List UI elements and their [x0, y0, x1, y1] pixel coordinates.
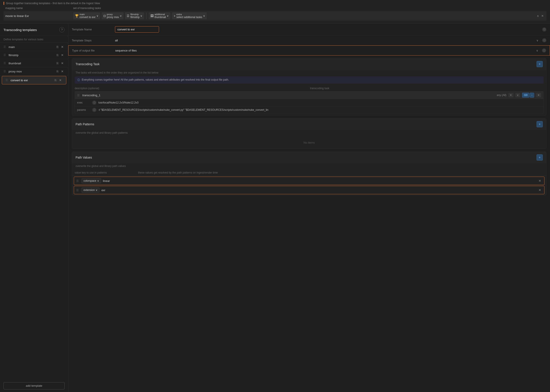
chevron-down-icon-2: ∨ [120, 14, 122, 17]
sidebar-item-filmstrip[interactable]: ☰ filmstrip ⎘ ✕ [0, 51, 68, 59]
mapping-tasks: 🏆 main convert to exr ∨ ⊡ proxy proxy mo… [73, 12, 545, 19]
filmstrip-icon: ☰ [127, 14, 129, 18]
task-chip-proxy[interactable]: ⊡ proxy proxy mov ∨ [102, 12, 124, 19]
drag-icon-3: ☰ [4, 62, 6, 65]
template-name-label: Template Name [72, 28, 112, 31]
extension-drag-icon: ☰ [76, 189, 79, 192]
mapping-name: movie to linear Exr [5, 14, 71, 18]
key-header: value key to use in patterns [75, 171, 136, 174]
sidebar: Transcoding templates ? Define templates… [0, 24, 68, 392]
sidebar-item-main[interactable]: ☰ main ⎘ ✕ [0, 43, 68, 51]
add-path-value-btn[interactable]: + [536, 154, 543, 161]
extension-chevron-icon: ∨ [96, 189, 98, 192]
template-steps-select[interactable]: all ∨ [115, 39, 539, 42]
item-actions-converttoeexr: ⎘ ✕ [54, 78, 63, 82]
path-patterns-section: Path Patterns + overwrite the global and… [72, 118, 546, 149]
template-name-info-icon[interactable]: ⓘ [542, 27, 546, 32]
add-path-pattern-btn[interactable]: + [536, 121, 543, 127]
copy-thumbnail-btn[interactable]: ⎘ [56, 61, 59, 65]
sidebar-item-thumbnail[interactable]: ☰ thumbnail ⎘ ✕ [0, 59, 68, 67]
delete-converttoeexr-btn[interactable]: ✕ [58, 78, 63, 82]
task-platform: any (All) [497, 94, 506, 97]
delete-task-btn[interactable]: ✕ [536, 93, 541, 97]
task-chip-filmstrip[interactable]: ☰ filmstrip filmstrip ∨ [125, 12, 144, 19]
add-template-button[interactable]: add template [4, 382, 64, 389]
path-values-subtitle: overwrite the global and library path va… [72, 163, 546, 170]
copy-filmstrip-btn[interactable]: ⎘ [56, 53, 59, 57]
output-type-info-icon[interactable]: ⓘ [542, 48, 546, 53]
path-values-header: Path Values + [72, 152, 546, 163]
app-container: Group together transcoding templates - f… [0, 0, 550, 392]
colorspace-key-select[interactable]: colorspace ∨ [82, 178, 101, 183]
task-col-label: transcoding task [310, 87, 544, 90]
exec-info-icon[interactable]: ⓘ [92, 100, 97, 105]
val-header: these values get resolved by the path pa… [138, 171, 544, 174]
output-chevron-icon: ∨ [536, 49, 538, 52]
copy-converttoeexr-btn[interactable]: ⎘ [54, 78, 57, 82]
copy-proxymov-btn[interactable]: ⎘ [56, 69, 59, 74]
drag-icon-5: ☰ [6, 79, 8, 82]
delete-extension-btn[interactable]: ✕ [538, 188, 542, 192]
task-chip-extra[interactable]: + extra select additional tasks ∨ [172, 12, 207, 19]
plus-extra-icon: + [174, 14, 175, 18]
clear-platform-btn[interactable]: ✕ [508, 93, 514, 97]
transcoding-info-notice: ⓘ Everything comes together here! All th… [75, 77, 544, 84]
task-cols-header: description (optional) transcoding task [72, 85, 546, 91]
delete-main-btn[interactable]: ✕ [60, 45, 64, 49]
chevron-down-icon-3: ∨ [140, 14, 142, 17]
help-button[interactable]: ? [59, 27, 64, 32]
chevron-left-btn[interactable]: ‹ [530, 93, 534, 98]
exec-value: /usr/local/Nuke12.2v3/Nuke12.2v3 [98, 101, 541, 104]
sidebar-item-converttoeexr[interactable]: ☰ convert to exr ⎘ ✕ [2, 76, 66, 84]
terminal-icon: ⌨ [524, 94, 528, 97]
task-chip-main[interactable]: 🏆 main convert to exr ∨ [73, 12, 100, 19]
task-row-name: transcoding_1 [82, 94, 495, 97]
drag-icon: ☰ [4, 45, 6, 49]
sidebar-list: ☰ main ⎘ ✕ ☰ filmstrip ⎘ ✕ ☰ [0, 43, 68, 379]
template-name-field: Template Name ⓘ [68, 24, 550, 35]
chevron-down-icon-5: ∨ [203, 14, 205, 17]
transcoding-task-header: Transcoding Task + [72, 58, 546, 70]
expand-task-btn[interactable]: ∨ [515, 93, 520, 97]
output-type-select[interactable]: sequence of files ∨ [115, 49, 538, 52]
terminal-btn[interactable]: ⌨ [522, 93, 529, 98]
delete-colorspace-btn[interactable]: ✕ [538, 179, 542, 183]
item-actions-thumbnail: ⎘ ✕ [56, 61, 64, 65]
col1-label: mapping name [5, 7, 71, 10]
template-steps-info-icon[interactable]: ⓘ [542, 38, 546, 42]
main-content: Template Name ⓘ Template Steps all ∨ ⓘ [68, 24, 550, 392]
close-mapping-btn[interactable]: ✕ [540, 14, 545, 18]
template-name-input[interactable] [115, 26, 159, 33]
task-actions: ⌨ ‹ [522, 93, 534, 98]
params-value: -t "$DASELEMENT_RESOURCES/scripts/custom… [98, 108, 541, 112]
col2-label: set of transcoding tasks [73, 7, 545, 10]
item-actions-filmstrip: ⎘ ✕ [56, 53, 64, 57]
main-label: main [79, 13, 96, 16]
path-patterns-subtitle: overwrite the global and library path pa… [72, 130, 546, 137]
extension-key: extension [84, 189, 95, 192]
colorspace-value: linear [103, 179, 536, 182]
sidebar-item-proxymov[interactable]: ☰ proxy mov ⎘ ✕ [0, 67, 68, 76]
output-type-value: sequence of files [115, 49, 137, 52]
copy-main-btn[interactable]: ⎘ [56, 45, 59, 49]
path-val-headers: value key to use in patterns these value… [72, 170, 546, 176]
filmstrip-label: filmstrip [130, 13, 139, 16]
extension-value: exr [101, 189, 536, 192]
main-layout: Transcoding templates ? Define templates… [0, 24, 550, 392]
params-label: params [77, 108, 90, 112]
add-transcoding-task-btn[interactable]: + [536, 61, 543, 67]
template-steps-label: Template Steps [72, 39, 112, 42]
delete-thumbnail-btn[interactable]: ✕ [60, 61, 64, 65]
extension-key-select[interactable]: extension ∨ [82, 187, 99, 193]
task-chip-thumbnail[interactable]: 🖼 additional thumbnail ∨ [149, 12, 170, 19]
colorspace-drag-icon: ☰ [76, 179, 79, 182]
delete-proxymov-btn[interactable]: ✕ [60, 69, 64, 74]
params-info-icon[interactable]: ⓘ [92, 108, 97, 112]
delete-filmstrip-btn[interactable]: ✕ [60, 53, 64, 57]
move-up-btn[interactable]: ∧ [536, 14, 540, 18]
task-params-field: params ⓘ -t "$DASELEMENT_RESOURCES/scrip… [75, 106, 543, 113]
mapping-row: movie to linear Exr 🏆 main convert to ex… [4, 11, 546, 21]
proxy-label: proxy [107, 13, 119, 16]
sidebar-header: Transcoding templates ? [0, 24, 68, 36]
trophy-icon: 🏆 [75, 14, 79, 18]
